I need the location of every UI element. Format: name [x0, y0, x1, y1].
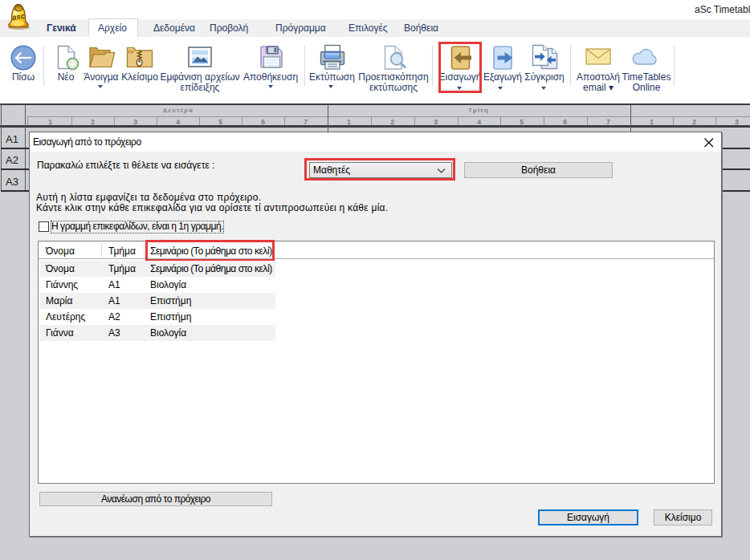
- svg-text:asc: asc: [11, 11, 26, 22]
